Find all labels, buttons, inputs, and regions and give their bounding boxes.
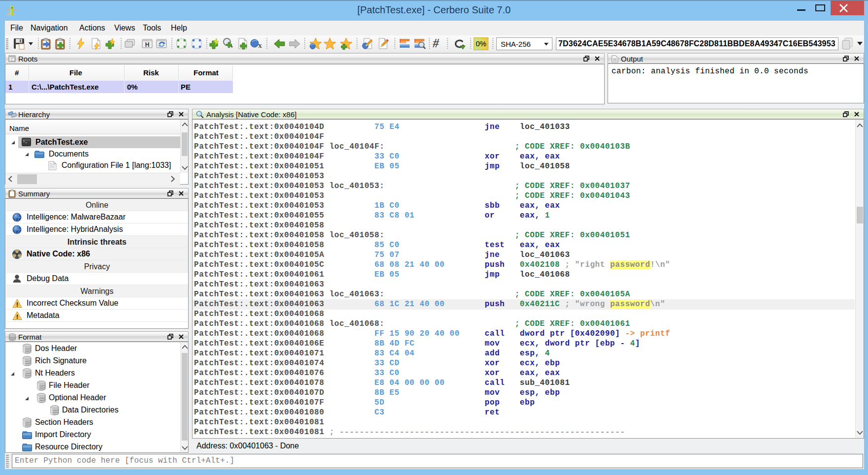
svg-text:H: H	[145, 41, 150, 48]
svg-text:x: x	[258, 41, 262, 49]
